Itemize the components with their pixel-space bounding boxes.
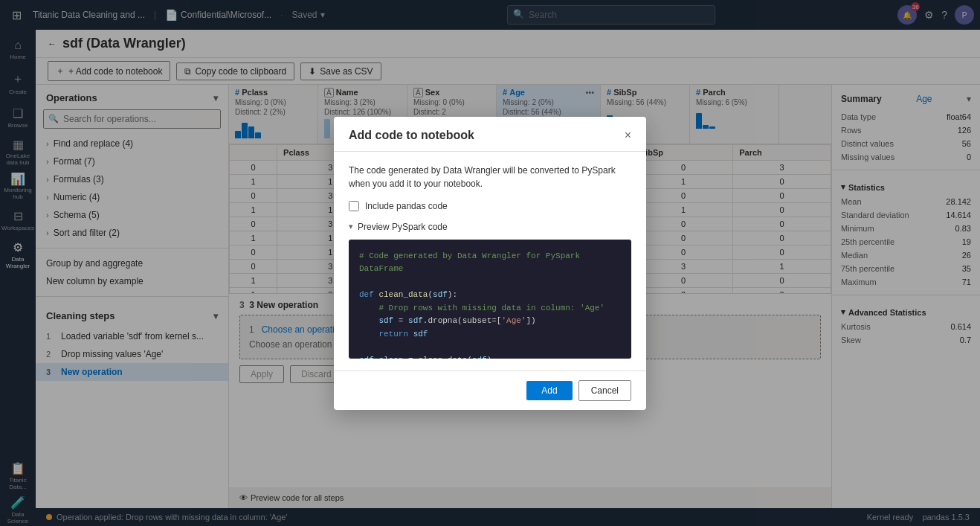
modal-close-button[interactable]: ×	[625, 129, 631, 142]
modal-header: Add code to notebook ×	[334, 117, 646, 152]
code-block: # Code generated by Data Wrangler for Py…	[349, 240, 631, 359]
modal-footer: Add Cancel	[334, 371, 646, 410]
modal-description: The code generated by Data Wrangler will…	[349, 164, 631, 190]
modal-cancel-button[interactable]: Cancel	[578, 380, 631, 401]
preview-label: Preview PySpark code	[358, 222, 448, 232]
pandas-checkbox-row: Include pandas code	[349, 201, 631, 211]
modal-add-code: Add code to notebook × The code generate…	[334, 117, 646, 410]
pandas-checkbox-label: Include pandas code	[365, 201, 448, 211]
modal-add-button[interactable]: Add	[526, 381, 572, 400]
modal-title: Add code to notebook	[349, 129, 474, 142]
modal-overlay[interactable]: Add code to notebook × The code generate…	[0, 0, 980, 526]
pandas-checkbox[interactable]	[349, 201, 359, 211]
preview-toggle[interactable]: ▾ Preview PySpark code	[349, 222, 631, 232]
modal-body: The code generated by Data Wrangler will…	[334, 152, 646, 371]
preview-chevron-icon: ▾	[349, 222, 353, 231]
